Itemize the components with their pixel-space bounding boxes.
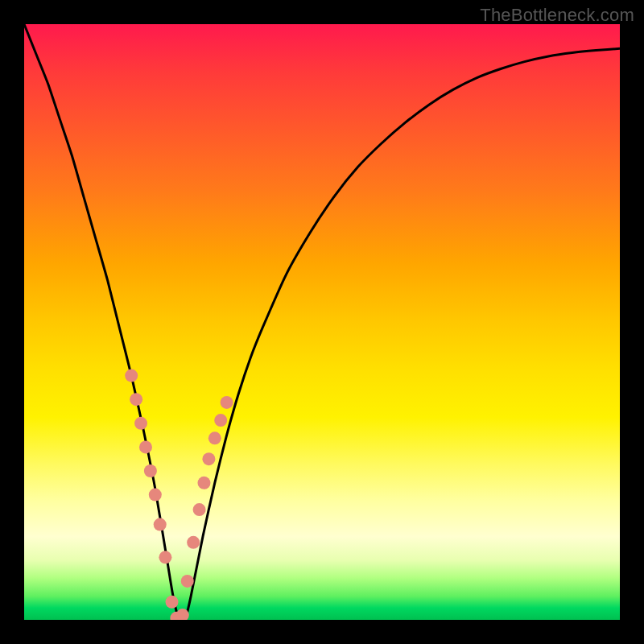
marker-dot: [154, 518, 167, 531]
marker-dot: [149, 489, 162, 502]
marker-dot: [166, 596, 179, 609]
chart-svg: [24, 24, 620, 620]
marker-dot: [193, 503, 206, 516]
marker-dot: [181, 575, 194, 588]
marker-dot: [144, 464, 157, 477]
bottleneck-curve: [24, 24, 620, 620]
marker-dot: [202, 452, 215, 465]
marker-dot: [134, 417, 147, 430]
marker-dot: [197, 477, 210, 489]
marker-dot: [139, 440, 152, 453]
marker-dot: [130, 393, 142, 406]
marker-dot: [176, 609, 189, 620]
marker-dot: [170, 612, 183, 620]
marker-dot: [208, 431, 221, 444]
watermark-text: TheBottleneck.com: [480, 5, 634, 26]
plot-area: [24, 24, 620, 620]
marker-dot: [125, 369, 138, 382]
marker-dot: [221, 396, 233, 409]
marker-dot: [187, 536, 200, 549]
highlighted-points: [125, 369, 233, 620]
marker-dot: [214, 414, 227, 427]
marker-dot: [159, 551, 171, 564]
